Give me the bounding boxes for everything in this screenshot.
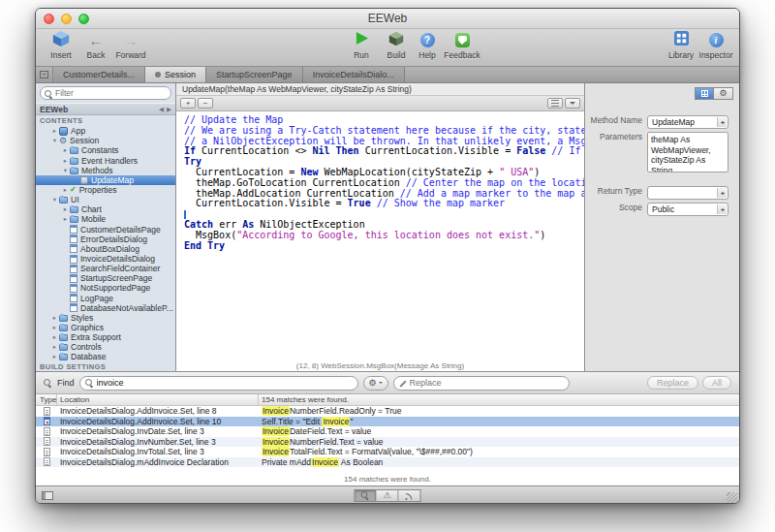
- code-line: CurrentLocation.Visible = True // Show t…: [184, 199, 584, 209]
- result-match-text: InvoiceNumberField.Text = value: [259, 437, 739, 448]
- library-toolbar-button[interactable]: Library: [664, 31, 698, 60]
- tree-item-mobile[interactable]: ▸Mobile: [36, 214, 175, 224]
- code-area[interactable]: // Update the Map// We are using a Try-C…: [176, 111, 584, 371]
- tree-item-controls[interactable]: ▸Controls: [36, 342, 175, 352]
- search-result-row[interactable]: InvoiceDetailsDialog.InvDate.Set, line 3…: [36, 426, 739, 437]
- tree-item-graphics[interactable]: ▸Graphics: [36, 323, 175, 332]
- tree-item-chart[interactable]: ▸Chart: [36, 204, 175, 214]
- run-toolbar-button[interactable]: Run: [344, 31, 379, 60]
- disclosure-triangle[interactable]: ▸: [50, 332, 59, 342]
- help-toolbar-button[interactable]: Help: [410, 31, 445, 60]
- minimize-window-button[interactable]: [61, 14, 72, 24]
- build-toolbar-button[interactable]: Build: [379, 31, 414, 60]
- line-list-button[interactable]: [547, 98, 563, 109]
- return-type-select[interactable]: [647, 186, 728, 200]
- disclosure-triangle[interactable]: ▸: [50, 126, 59, 136]
- tree-item-app[interactable]: ▸App: [36, 126, 175, 136]
- back-toolbar-button[interactable]: Back: [78, 31, 113, 60]
- disclosure-triangle[interactable]: ▾: [50, 136, 59, 145]
- search-result-row[interactable]: InvoiceDetailsDialog.InvTotal.Set, line …: [36, 447, 739, 457]
- tab-overview-button[interactable]: [36, 67, 53, 82]
- parameters-field[interactable]: theMap As WebMapViewer, cityStateZip As …: [647, 132, 728, 172]
- tree-item-constants[interactable]: ▸Constants: [36, 145, 175, 155]
- tab-invoicedetailsdialo[interactable]: InvoiceDetailsDialo...: [303, 67, 405, 82]
- tree-item-aboutboxdialog[interactable]: AboutBoxDialog: [36, 244, 175, 254]
- scope-select[interactable]: Public: [647, 203, 728, 216]
- tree-item-properties[interactable]: ▸✓Properties: [36, 185, 175, 195]
- tree-item-styles[interactable]: ▸Styles: [36, 313, 175, 323]
- forward-toolbar-button[interactable]: Forward: [113, 31, 148, 60]
- add-method-button[interactable]: +: [180, 98, 196, 109]
- tree-item-database[interactable]: ▸Database: [36, 352, 175, 361]
- lines-icon: [551, 100, 559, 107]
- inspector-advanced-button[interactable]: ⚙: [714, 87, 733, 100]
- disclosure-triangle[interactable]: ▾: [61, 166, 70, 175]
- disclosure-triangle[interactable]: ▸: [61, 204, 70, 214]
- show-search-results-button[interactable]: [355, 489, 377, 502]
- show-warnings-button[interactable]: ⚠: [377, 489, 399, 502]
- disclosure-triangle[interactable]: ▸: [61, 185, 70, 195]
- location-column-header[interactable]: Location: [57, 394, 259, 405]
- disclosure-triangle[interactable]: ▸: [50, 342, 59, 352]
- nav-forward-icon[interactable]: ▶: [167, 106, 171, 113]
- feedback-toolbar-button[interactable]: Feedback: [445, 31, 480, 60]
- replace-input[interactable]: [410, 377, 564, 389]
- tab-customerdetails[interactable]: CustomerDetails...: [53, 67, 145, 82]
- tree-item-logpage[interactable]: LogPage: [36, 294, 175, 303]
- tree-item-ui[interactable]: ▾UI: [36, 195, 175, 204]
- tree-item-label: Properties: [79, 185, 117, 195]
- replace-button[interactable]: Replace: [647, 376, 698, 390]
- tab-session[interactable]: Session: [145, 67, 206, 82]
- inspector-properties-button[interactable]: [695, 87, 714, 100]
- tree-item-databasenotavailablep[interactable]: DatabaseNotAvailableP...: [36, 303, 175, 313]
- tree-item-extra-support[interactable]: ▸Extra Support: [36, 332, 175, 342]
- disclosure-triangle[interactable]: ▸: [61, 145, 70, 155]
- zoom-window-button[interactable]: [78, 14, 89, 24]
- search-result-row[interactable]: InvoiceDetailsDialog.AddInvoice.Set, lin…: [36, 417, 739, 427]
- title-bar[interactable]: EEWeb: [36, 9, 739, 29]
- type-column-header[interactable]: Type: [36, 394, 57, 405]
- disclosure-triangle[interactable]: ▸: [50, 352, 59, 361]
- disclosure-triangle[interactable]: ▸: [61, 156, 70, 166]
- tree-item-event-handlers[interactable]: ▸Event Handlers: [36, 156, 175, 166]
- tree-item-customerdetailspage[interactable]: CustomerDetailsPage: [36, 225, 175, 235]
- combo-arrows-icon: [717, 204, 727, 214]
- resize-grip[interactable]: [727, 492, 737, 503]
- disclosure-triangle[interactable]: ▸: [50, 323, 59, 332]
- tree-item-methods[interactable]: ▾Methods: [36, 166, 175, 175]
- search-result-row[interactable]: InvoiceDetailsDialog.InvNumber.Set, line…: [36, 437, 739, 448]
- disclosure-triangle[interactable]: ▾: [50, 195, 59, 204]
- insert-toolbar-button[interactable]: Insert: [44, 31, 78, 60]
- close-window-button[interactable]: [44, 14, 54, 24]
- method-name-select[interactable]: UpdateMap: [647, 115, 728, 129]
- find-options-button[interactable]: ⚙: [363, 376, 388, 391]
- search-icon: [361, 491, 370, 500]
- navigator-sidebar: EEWeb ◀ ▶ CONTENTS▸App▾⚙Session▸Constant…: [36, 83, 176, 371]
- tree-item-errordetailsdialog[interactable]: ErrorDetailsDialog: [36, 235, 175, 244]
- inspector-toolbar-button[interactable]: Inspector: [698, 31, 733, 60]
- filter-input[interactable]: [55, 87, 168, 99]
- tree-item-startupscreenpage[interactable]: StartupScreenPage: [36, 273, 175, 283]
- tree-item-session[interactable]: ▾⚙Session: [36, 136, 175, 145]
- disclosure-triangle[interactable]: ▸: [50, 313, 59, 323]
- tree-item-searchfieldcontainer[interactable]: SearchFieldContainer: [36, 264, 175, 273]
- tab-startupscreenpage[interactable]: StartupScreenPage: [206, 67, 303, 82]
- replace-all-button[interactable]: All: [702, 376, 731, 390]
- tree-item-invoicedetailsdialog[interactable]: InvoiceDetailsDialog: [36, 254, 175, 264]
- remove-method-button[interactable]: −: [198, 98, 213, 109]
- tab-close-button[interactable]: [155, 72, 161, 78]
- search-result-row[interactable]: InvoiceDetailsDialog.mAddInvoice Declara…: [36, 457, 739, 468]
- editor-menu-button[interactable]: [565, 98, 580, 109]
- toolbar-right-group: LibraryInspector: [664, 31, 733, 60]
- find-input[interactable]: [97, 377, 353, 389]
- tree-item-notsupportedpage[interactable]: NotSupportedPage: [36, 283, 175, 293]
- tree-item-updatemap[interactable]: UpdateMap: [36, 175, 175, 185]
- nav-back-icon[interactable]: ◀: [159, 106, 164, 113]
- disclosure-triangle[interactable]: ▸: [61, 214, 70, 224]
- window-controls: [44, 14, 89, 24]
- gear-icon: ⚙: [369, 378, 377, 388]
- panel-toggle-icon[interactable]: [42, 491, 53, 500]
- show-feed-button[interactable]: [399, 489, 421, 502]
- search-result-row[interactable]: InvoiceDetailsDialog.AddInvoice.Set, lin…: [36, 406, 739, 417]
- filter-field[interactable]: [40, 86, 171, 100]
